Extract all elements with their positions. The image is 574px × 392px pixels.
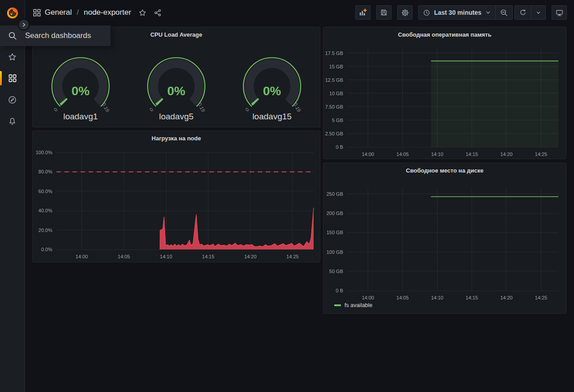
- dashboard-settings-button[interactable]: [397, 5, 412, 20]
- save-dashboard-button[interactable]: [376, 5, 391, 20]
- gauge-value-arc: [159, 101, 160, 102]
- x-axis-tick-label: 14:25: [286, 254, 299, 259]
- y-axis-tick-label: 50 GB: [329, 269, 343, 274]
- star-dashboard-button[interactable]: [139, 9, 146, 17]
- gauge-value: 0%: [263, 84, 281, 98]
- gauge-min-label: 0: [244, 107, 250, 113]
- panel-free-memory: Свободная оперативная память 14:0014:051…: [323, 27, 566, 159]
- sidebar-item-explore[interactable]: [0, 89, 25, 110]
- chevron-down-icon: [536, 10, 541, 15]
- y-axis-tick-label: 10 GB: [329, 91, 343, 96]
- add-panel-button[interactable]: [355, 5, 370, 20]
- refresh-interval-dropdown[interactable]: [531, 6, 545, 19]
- zoom-out-time-button[interactable]: [495, 6, 512, 19]
- explore-compass-icon: [8, 96, 17, 104]
- gauge-label: loadavg1: [63, 112, 98, 122]
- x-axis-tick-label: 14:05: [396, 152, 409, 157]
- y-axis-tick-label: 0 B: [336, 144, 343, 150]
- panel-node-load: Нагрузка на node 14:0014:0514:1014:1514:…: [32, 131, 320, 262]
- x-axis-tick-label: 14:00: [76, 254, 88, 259]
- y-axis-tick-label: 80.0%: [38, 169, 52, 174]
- gauge-loadavg1[interactable]: 0%00.19loadavg1: [33, 45, 128, 122]
- y-axis-tick-label: 15 GB: [329, 64, 343, 69]
- x-axis-tick-label: 14:20: [500, 152, 513, 157]
- gauge-max-label: 0.19: [101, 102, 111, 113]
- legend-label: fs available: [344, 302, 373, 308]
- free-memory-chart[interactable]: 14:0014:0514:1014:1514:2014:250 B2.50 GB…: [323, 27, 566, 159]
- gauge-value: 0%: [72, 84, 90, 98]
- gauge-loadavg5[interactable]: 0%00.19loadavg5: [128, 45, 224, 122]
- share-dashboard-button[interactable]: [154, 9, 162, 17]
- gauge-max-label: 0.19: [197, 102, 206, 113]
- y-axis-tick-label: 250 GB: [327, 191, 343, 197]
- search-flyout[interactable]: Search dashboards: [0, 25, 111, 46]
- sidebar-item-dashboards[interactable]: [0, 67, 25, 89]
- settings-gear-icon: [401, 9, 409, 17]
- x-axis-tick-label: 14:15: [466, 295, 478, 300]
- x-axis-tick-label: 14:05: [396, 295, 409, 300]
- search-flyout-label: Search dashboards: [25, 31, 91, 40]
- alerting-bell-icon: [8, 117, 17, 126]
- y-axis-tick-label: 5 GB: [332, 118, 343, 123]
- chevron-right-icon: [21, 22, 26, 27]
- x-axis-tick-label: 14:10: [431, 152, 443, 157]
- clock-icon: [423, 9, 430, 16]
- tv-mode-button[interactable]: [552, 5, 567, 20]
- x-axis-tick-label: 14:15: [466, 152, 478, 157]
- refresh-button[interactable]: [515, 6, 531, 19]
- sidebar-item-alerting[interactable]: [0, 110, 25, 132]
- x-axis-tick-label: 14:25: [535, 152, 548, 157]
- legend-item-fs-available[interactable]: fs available: [334, 302, 373, 308]
- dashboards-grid-icon: [9, 74, 17, 82]
- y-axis-tick-label: 7.50 GB: [325, 104, 343, 110]
- x-axis-tick-label: 14:00: [362, 295, 374, 300]
- gauge-value: 0%: [167, 84, 186, 98]
- breadcrumb-dashboard[interactable]: node-exporter: [84, 8, 131, 17]
- gauge-label: loadavg15: [252, 112, 292, 122]
- y-axis-tick-label: 12.5 GB: [325, 77, 343, 83]
- x-axis-tick-label: 14:10: [431, 295, 443, 300]
- chevron-down-icon: [485, 10, 491, 15]
- zoom-out-icon: [500, 9, 508, 17]
- y-axis-tick-label: 2.50 GB: [325, 131, 343, 136]
- refresh-group: [514, 5, 546, 20]
- x-axis-tick-label: 14:25: [535, 295, 548, 300]
- panel-free-disk: Свободное место на диске 14:0014:0514:10…: [323, 163, 566, 314]
- x-axis-tick-label: 14:20: [244, 254, 257, 259]
- grafana-logo-icon: [6, 6, 19, 20]
- y-axis-tick-label: 20.0%: [38, 228, 52, 233]
- y-axis-tick-label: 0 B: [336, 288, 343, 293]
- x-axis-tick-label: 14:15: [202, 254, 215, 259]
- gauge-max-label: 0.19: [293, 102, 302, 113]
- x-axis-tick-label: 14:00: [362, 152, 374, 157]
- refresh-icon: [519, 9, 527, 16]
- sidebar: [0, 0, 25, 392]
- legend-swatch: [334, 304, 341, 306]
- y-axis-tick-label: 40.0%: [38, 208, 52, 213]
- grid-icon: [33, 9, 41, 17]
- time-range-label: Last 30 minutes: [434, 9, 481, 16]
- add-panel-icon: [359, 8, 367, 17]
- gauge-value-arc: [63, 101, 64, 102]
- series-area: [160, 208, 314, 249]
- gauge-loadavg15[interactable]: 0%00.19loadavg15: [224, 45, 320, 122]
- breadcrumb-folder[interactable]: General: [45, 8, 72, 17]
- star-icon: [139, 9, 146, 17]
- y-axis-tick-label: 17.5 GB: [325, 51, 343, 56]
- time-picker-group: Last 30 minutes: [418, 5, 513, 20]
- save-icon: [380, 9, 387, 16]
- sidebar-item-starred[interactable]: [0, 46, 25, 67]
- gauge-value-arc: [255, 101, 256, 102]
- y-axis-tick-label: 150 GB: [327, 230, 343, 235]
- active-indicator: [0, 71, 2, 85]
- grafana-app: Search dashboards General / node-exporte…: [0, 0, 574, 392]
- breadcrumb-separator: /: [76, 8, 80, 17]
- breadcrumb: General / node-exporter: [33, 8, 162, 17]
- sidebar-expand-button[interactable]: [19, 20, 29, 30]
- free-disk-chart[interactable]: 14:0014:0514:1014:1514:2014:250 B50 GB10…: [323, 163, 566, 313]
- time-range-button[interactable]: Last 30 minutes: [419, 6, 495, 19]
- series-line: [160, 208, 314, 249]
- series-area: [431, 61, 558, 147]
- node-load-chart[interactable]: 14:0014:0514:1014:1514:2014:250.0%20.0%4…: [33, 131, 320, 262]
- search-icon: [0, 31, 25, 40]
